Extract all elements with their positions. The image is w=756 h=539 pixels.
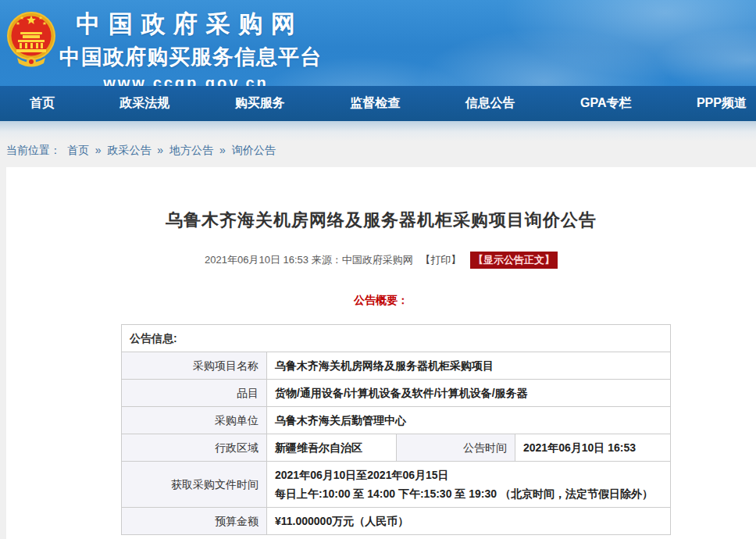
nav-item-regulations[interactable]: 政采法规 xyxy=(119,95,169,112)
row-label: 采购单位 xyxy=(122,407,267,434)
row-value: 2021年06月10日 16:53 xyxy=(515,434,671,462)
nav-item-gpa[interactable]: GPA专栏 xyxy=(580,95,631,112)
table-row: 品目 货物/通用设备/计算机设备及软件/计算机设备/服务器 xyxy=(122,380,671,407)
nav-item-notices[interactable]: 信息公告 xyxy=(465,95,515,112)
nav-item-home[interactable]: 首页 xyxy=(30,95,55,112)
nav-item-services[interactable]: 购买服务 xyxy=(235,95,285,112)
row-label: 预算金额 xyxy=(122,508,267,535)
main-nav: 首页 政采法规 购买服务 监督检查 信息公告 GPA专栏 PPP频道 xyxy=(0,86,756,121)
row-label: 行政区域 xyxy=(122,434,267,462)
row-value: 新疆维吾尔自治区 xyxy=(267,434,397,462)
row-value: 货物/通用设备/计算机设备及软件/计算机设备/服务器 xyxy=(267,380,671,407)
table-section-header-row: 公告信息: xyxy=(122,325,671,352)
chevron-separator-icon: » xyxy=(157,144,163,156)
announcement-info-table: 公告信息: 采购项目名称 乌鲁木齐海关机房网络及服务器机柜采购项目 品目 货物/… xyxy=(121,324,671,535)
breadcrumb: 当前位置： 首页 » 政采公告 » 地方公告 » 询价公告 xyxy=(6,144,279,158)
row-value: 乌鲁木齐海关后勤管理中心 xyxy=(267,407,671,434)
breadcrumb-item-home[interactable]: 首页 xyxy=(67,144,89,156)
table-row: 采购单位 乌鲁木齐海关后勤管理中心 xyxy=(122,407,671,434)
site-banner: 中 国 政 府 采 购 网 中国政府购买服务信息平台 www.ccgp.gov.… xyxy=(0,0,756,86)
row-label: 获取采购文件时间 xyxy=(122,462,267,508)
row-label: 采购项目名称 xyxy=(122,352,267,380)
table-row: 采购项目名称 乌鲁木齐海关机房网络及服务器机柜采购项目 xyxy=(122,352,671,380)
table-row-budget: 预算金额 ¥11.000000万元（人民币） xyxy=(122,508,671,535)
site-title: 中 国 政 府 采 购 网 xyxy=(59,8,312,41)
row-label: 品目 xyxy=(122,380,267,407)
breadcrumb-label: 当前位置： xyxy=(6,144,61,156)
table-row-doc-time: 获取采购文件时间 2021年06月10日至2021年06月15日 每日上午:10… xyxy=(122,462,671,508)
breadcrumb-item-local[interactable]: 地方公告 xyxy=(169,144,213,156)
page-title: 乌鲁木齐海关机房网络及服务器机柜采购项目询价公告 xyxy=(6,209,756,232)
site-subtitle: 中国政府购买服务信息平台 xyxy=(59,43,312,71)
row-value: 乌鲁木齐海关机房网络及服务器机柜采购项目 xyxy=(267,352,671,380)
chevron-separator-icon: » xyxy=(219,144,226,156)
table-row-region-time: 行政区域 新疆维吾尔自治区 公告时间 2021年06月10日 16:53 xyxy=(122,434,671,462)
national-emblem-icon xyxy=(6,6,56,72)
section-header: 公告信息: xyxy=(122,325,671,352)
row-value: ¥11.000000万元（人民币） xyxy=(267,508,671,535)
article-meta: 2021年06月10日 16:53 来源：中国政府采购网 【打印】 【显示公告正… xyxy=(6,252,756,269)
row-value: 2021年06月10日至2021年06月15日 每日上午:10:00 至 14:… xyxy=(267,462,671,508)
publish-datetime: 2021年06月10日 16:53 xyxy=(205,254,308,266)
nav-item-supervision[interactable]: 监督检查 xyxy=(350,95,400,112)
row-label: 公告时间 xyxy=(397,434,515,462)
breadcrumb-item-inquiry[interactable]: 询价公告 xyxy=(232,144,276,156)
show-notice-button[interactable]: 【显示公告正文】 xyxy=(470,252,558,269)
doc-time-range: 2021年06月10日至2021年06月15日 xyxy=(275,468,662,482)
print-button[interactable]: 【打印】 xyxy=(420,254,461,266)
breadcrumb-item-notices[interactable]: 政采公告 xyxy=(107,144,151,156)
breadcrumb-strip: 当前位置： 首页 » 政采公告 » 地方公告 » 询价公告 xyxy=(0,121,756,167)
nav-item-ppp[interactable]: PPP频道 xyxy=(697,95,747,112)
chevron-separator-icon: » xyxy=(95,144,102,156)
doc-time-hours: 每日上午:10:00 至 14:00 下午:15:30 至 19:30 （北京时… xyxy=(275,487,662,501)
summary-heading: 公告概要： xyxy=(6,294,756,308)
content-card: 乌鲁木齐海关机房网络及服务器机柜采购项目询价公告 2021年06月10日 16:… xyxy=(6,167,756,539)
source-label: 来源：中国政府采购网 xyxy=(312,254,413,266)
site-identity: 中 国 政 府 采 购 网 中国政府购买服务信息平台 www.ccgp.gov.… xyxy=(59,8,312,92)
